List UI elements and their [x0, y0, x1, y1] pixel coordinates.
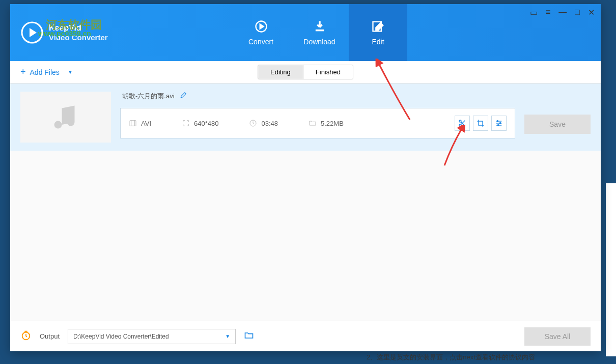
- file-item: 胡歌-六月的雨.avi AVI 640*480: [10, 83, 601, 151]
- subtab-finished[interactable]: Finished: [303, 65, 353, 79]
- window-controls: ▭ ≡ — □ ✕: [528, 7, 597, 18]
- feedback-icon[interactable]: ▭: [528, 7, 540, 18]
- file-info-row: AVI 640*480 03:48 5.22MB: [120, 108, 515, 138]
- crop-icon: [477, 119, 485, 127]
- svg-point-17: [497, 121, 498, 122]
- open-folder-button[interactable]: [244, 330, 254, 343]
- output-path-select[interactable]: D:\KeepVid Video Converter\Edited ▼: [68, 329, 236, 344]
- svg-rect-4: [315, 30, 323, 32]
- scissors-icon: [458, 119, 466, 127]
- header: 河东软件园 www.pc0359.cn KeepVid Video Conver…: [10, 4, 601, 61]
- info-format: AVI: [129, 119, 151, 127]
- film-icon: [129, 119, 137, 127]
- file-details: 胡歌-六月的雨.avi AVI 640*480: [120, 92, 515, 138]
- background-text: 2、这里是英文的安装界面，点击next查看软件的协议内容: [367, 353, 535, 362]
- info-size: 5.22MB: [309, 119, 344, 127]
- effects-button[interactable]: [491, 116, 507, 131]
- rename-icon[interactable]: [180, 92, 187, 101]
- footer: Output D:\KeepVid Video Converter\Edited…: [10, 321, 601, 351]
- convert-icon: [254, 19, 268, 34]
- add-files-button[interactable]: + Add Files ▼: [20, 67, 73, 77]
- tab-download[interactable]: Download: [290, 4, 349, 61]
- edit-icon: [371, 19, 385, 34]
- save-button[interactable]: Save: [524, 115, 591, 134]
- menu-icon[interactable]: ≡: [544, 7, 552, 18]
- info-resolution: 640*480: [182, 119, 218, 127]
- chevron-down-icon: ▼: [225, 333, 230, 339]
- svg-marker-1: [30, 28, 37, 37]
- logo-area: KeepVid Video Converter: [10, 21, 108, 44]
- svg-rect-6: [130, 121, 136, 126]
- save-all-button[interactable]: Save All: [524, 327, 591, 346]
- svg-marker-3: [260, 24, 263, 29]
- music-icon: [50, 102, 81, 132]
- sub-tabs: Editing Finished: [258, 65, 353, 79]
- svg-point-10: [459, 120, 461, 122]
- close-icon[interactable]: ✕: [586, 7, 597, 18]
- download-icon: [313, 19, 327, 34]
- background-sidebar: [606, 183, 616, 356]
- add-files-label: Add Files: [30, 68, 60, 76]
- svg-point-11: [459, 124, 461, 126]
- expand-icon: [182, 119, 190, 127]
- edit-actions: [455, 116, 507, 131]
- logo-icon: [20, 21, 44, 44]
- tab-download-label: Download: [303, 38, 335, 46]
- content-area: 胡歌-六月的雨.avi AVI 640*480: [10, 83, 601, 321]
- schedule-icon[interactable]: [20, 330, 32, 343]
- output-label: Output: [40, 332, 60, 340]
- sliders-icon: [495, 119, 503, 127]
- app-subtitle: Video Converter: [49, 33, 108, 42]
- trim-button[interactable]: [455, 116, 470, 131]
- crop-button[interactable]: [473, 116, 488, 131]
- folder-icon: [309, 119, 317, 127]
- clock-icon: [249, 119, 257, 127]
- plus-icon: +: [20, 67, 26, 77]
- minimize-icon[interactable]: —: [556, 7, 569, 18]
- tab-edit[interactable]: Edit: [349, 4, 407, 61]
- file-name: 胡歌-六月的雨.avi: [122, 92, 175, 101]
- nav-tabs: Convert Download Edit: [232, 4, 407, 61]
- toolbar: + Add Files ▼ Editing Finished: [10, 61, 601, 83]
- app-window: 河东软件园 www.pc0359.cn KeepVid Video Conver…: [10, 4, 601, 351]
- output-path-text: D:\KeepVid Video Converter\Edited: [73, 333, 169, 340]
- tab-convert-label: Convert: [248, 38, 273, 46]
- chevron-down-icon: ▼: [68, 69, 73, 75]
- info-duration: 03:48: [249, 119, 278, 127]
- file-thumbnail: [20, 92, 111, 143]
- tab-convert[interactable]: Convert: [232, 4, 290, 61]
- maximize-icon[interactable]: □: [573, 7, 582, 18]
- subtab-editing[interactable]: Editing: [258, 65, 303, 79]
- app-name: KeepVid: [49, 23, 108, 33]
- tab-edit-label: Edit: [372, 38, 384, 46]
- svg-point-19: [497, 125, 499, 126]
- svg-point-18: [499, 123, 501, 124]
